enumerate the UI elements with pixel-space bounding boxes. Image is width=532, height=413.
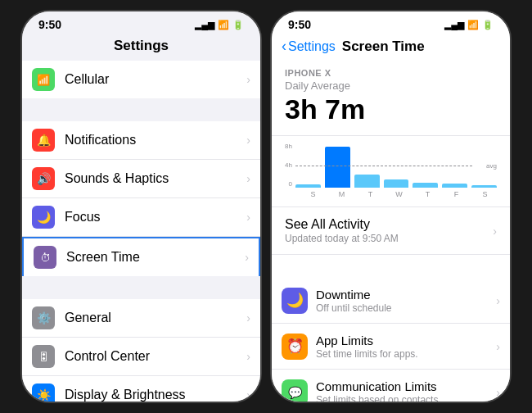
cellular-icon: 📶	[32, 68, 55, 91]
focus-icon: 🌙	[32, 206, 55, 229]
chart-y-4h: 4h	[285, 161, 292, 169]
list-item-general[interactable]: ⚙️ General ›	[22, 299, 260, 338]
usage-chart: 8h 4h 0 avg	[272, 136, 510, 207]
downtime-chevron: ›	[496, 294, 500, 307]
st-item-comm-limits[interactable]: 💬 Communication Limits Set limits based …	[272, 370, 510, 402]
device-label: IPHONE X	[285, 68, 497, 78]
downtime-icon: 🌙	[282, 288, 308, 314]
wifi-icon-right: 📶	[467, 20, 479, 30]
control-center-icon: 🎛	[32, 345, 55, 368]
status-icons-left: ▂▄▆ 📶 🔋	[195, 20, 244, 30]
screen-time-nav: ‹ Settings Screen Time	[272, 34, 510, 61]
back-chevron: ‹	[282, 38, 286, 55]
comm-limits-sub: Set limits based on contacts.	[316, 394, 496, 402]
signal-icon: ▂▄▆	[195, 20, 214, 30]
list-item-screen-time[interactable]: ⏱ Screen Time ›	[22, 237, 260, 276]
divider-1	[22, 98, 260, 121]
status-icons-right: ▂▄▆ 📶 🔋	[444, 20, 494, 30]
settings-section-2: ⚙️ General › 🎛 Control Center › ☀️ Displ…	[22, 299, 260, 402]
display-label: Display & Brightness	[65, 388, 243, 402]
bar-s1-fill	[295, 184, 321, 188]
time-left: 9:50	[38, 18, 61, 31]
signal-icon-right: ▂▄▆	[444, 20, 464, 30]
settings-phone: 9:50 ▂▄▆ 📶 🔋 Settings 📶 Cellular › 🔔 Not…	[20, 10, 262, 403]
bar-w-fill	[384, 179, 409, 188]
wifi-icon: 📶	[218, 20, 229, 30]
settings-top-section: 📶 Cellular ›	[22, 61, 260, 98]
screen-time-label: Screen Time	[66, 250, 241, 265]
day-w: W	[387, 190, 411, 198]
app-limits-chevron: ›	[496, 340, 500, 353]
settings-scroll[interactable]: 📶 Cellular › 🔔 Notifications › 🔊 Sounds …	[22, 61, 260, 402]
avg-line	[295, 166, 472, 166]
status-bar-right: 9:50 ▂▄▆ 📶 🔋	[272, 11, 510, 34]
list-item-display[interactable]: ☀️ Display & Brightness ›	[22, 376, 260, 402]
sounds-icon: 🔊	[32, 167, 55, 190]
see-all-activity[interactable]: See All Activity Updated today at 9:50 A…	[272, 207, 510, 255]
see-all-chevron: ›	[493, 225, 497, 238]
notifications-icon: 🔔	[32, 129, 55, 152]
chart-day-labels: S M T W T F S	[285, 190, 497, 198]
back-label: Settings	[288, 39, 336, 54]
chart-y-0: 0	[288, 180, 291, 188]
divider-2	[22, 276, 260, 299]
see-all-title: See All Activity	[285, 217, 399, 232]
settings-title: Settings	[114, 38, 169, 53]
sounds-label: Sounds & Haptics	[65, 171, 243, 186]
chart-container: 8h 4h 0 avg	[285, 143, 497, 200]
comm-limits-icon: 💬	[282, 379, 308, 402]
comm-limits-chevron: ›	[496, 386, 500, 399]
list-item-focus[interactable]: 🌙 Focus ›	[22, 198, 260, 237]
screen-time-title: Screen Time	[342, 39, 425, 55]
cellular-label: Cellular	[65, 72, 243, 87]
day-s1: S	[301, 190, 325, 198]
list-item-notifications[interactable]: 🔔 Notifications ›	[22, 121, 260, 160]
st-items-section: 🌙 Downtime Off until schedule › ⏰ App Li…	[272, 278, 510, 402]
day-t2: T	[416, 190, 440, 198]
comm-limits-title: Communication Limits	[316, 379, 496, 393]
downtime-title: Downtime	[316, 288, 496, 302]
display-icon: ☀️	[32, 384, 55, 402]
chart-y-8h: 8h	[285, 143, 292, 150]
st-item-app-limits[interactable]: ⏰ App Limits Set time limits for apps. ›	[272, 324, 510, 370]
general-label: General	[65, 311, 243, 325]
daily-time: 3h 7m	[285, 93, 497, 125]
screen-time-header: IPHONE X Daily Average 3h 7m	[272, 61, 510, 136]
general-icon: ⚙️	[32, 306, 55, 329]
battery-icon: 🔋	[232, 20, 244, 30]
see-all-sub: Updated today at 9:50 AM	[285, 233, 399, 244]
app-limits-title: App Limits	[316, 334, 496, 347]
control-center-label: Control Center	[65, 349, 243, 364]
screen-time-phone: 9:50 ▂▄▆ 📶 🔋 ‹ Settings Screen Time IPHO…	[270, 10, 512, 403]
settings-section-1: 🔔 Notifications › 🔊 Sounds & Haptics › 🌙…	[22, 121, 260, 276]
bar-f-fill	[442, 184, 467, 188]
day-t1: T	[358, 190, 382, 198]
battery-icon-right: 🔋	[482, 20, 494, 30]
list-item-cellular[interactable]: 📶 Cellular ›	[22, 61, 260, 98]
settings-nav-bar: Settings	[22, 34, 260, 61]
downtime-sub: Off until schedule	[316, 302, 496, 314]
app-limits-sub: Set time limits for apps.	[316, 348, 496, 360]
daily-label: Daily Average	[285, 79, 497, 92]
bar-t1-fill	[354, 175, 380, 188]
cellular-chevron: ›	[246, 73, 250, 86]
app-limits-icon: ⏰	[282, 334, 308, 360]
back-button[interactable]: ‹ Settings	[282, 38, 336, 55]
screen-time-scroll[interactable]: IPHONE X Daily Average 3h 7m 8h 4h 0 avg	[272, 61, 510, 402]
status-bar-left: 9:50 ▂▄▆ 📶 🔋	[22, 11, 260, 34]
day-f: F	[444, 190, 468, 198]
notifications-label: Notifications	[65, 133, 243, 148]
bar-t2-fill	[413, 183, 438, 188]
time-right: 9:50	[288, 18, 311, 31]
list-item-sounds[interactable]: 🔊 Sounds & Haptics ›	[22, 160, 260, 198]
bar-s2-fill	[471, 185, 497, 188]
list-item-control-center[interactable]: 🎛 Control Center ›	[22, 338, 260, 376]
bar-m-fill	[325, 147, 350, 188]
day-s2: S	[473, 190, 497, 198]
st-item-downtime[interactable]: 🌙 Downtime Off until schedule ›	[272, 278, 510, 324]
day-m: M	[330, 190, 354, 198]
focus-label: Focus	[65, 210, 243, 225]
screen-time-icon: ⏱	[34, 246, 56, 269]
avg-label: avg	[486, 162, 497, 170]
